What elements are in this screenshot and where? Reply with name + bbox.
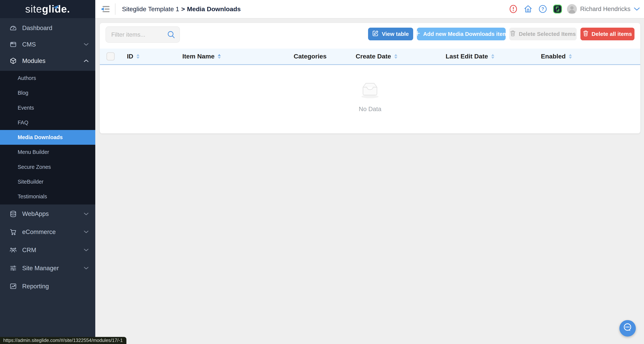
sidebar-subitem-sitebuilder[interactable]: SiteBuilder: [0, 175, 95, 189]
sidebar-nav-bottom: WebApps eCommerce CRM: [0, 205, 95, 295]
delete-selected-button[interactable]: Delete Selected Items: [509, 28, 576, 40]
sidebar-item-reporting[interactable]: Reporting: [0, 277, 95, 295]
crm-icon: [10, 246, 17, 254]
edit-icon: [372, 30, 378, 38]
sidebar-item-label: Reporting: [22, 283, 89, 290]
dashboard-icon: [10, 24, 17, 32]
sidebar-subitem-testimonials[interactable]: Testimonials: [0, 189, 95, 204]
content-area: View table Add new Media Downloads item …: [95, 19, 644, 344]
sidebar-subitem-faq[interactable]: FAQ: [0, 115, 95, 130]
subitem-label: Testimonials: [18, 194, 47, 200]
sidebar-item-ecommerce[interactable]: eCommerce: [0, 223, 95, 241]
chevron-down-icon: [84, 230, 88, 234]
sidebar-subitem-events[interactable]: Events: [0, 100, 95, 115]
breadcrumb-site[interactable]: Siteglide Template 1: [122, 6, 179, 13]
topbar: Siteglide Template 1>Media Downloads ? R…: [95, 0, 644, 19]
empty-inbox-icon: [360, 93, 380, 100]
column-header-enabled[interactable]: Enabled: [541, 49, 572, 64]
empty-state: No Data: [359, 81, 381, 113]
column-label: Categories: [294, 53, 326, 60]
sidebar-item-modules[interactable]: Modules: [0, 53, 95, 69]
sidebar-item-label: Site Manager: [22, 265, 84, 272]
sidebar-subitem-blog[interactable]: Blog: [0, 86, 95, 100]
sidebar-item-label: Modules: [22, 57, 84, 64]
chevron-down-icon: [84, 43, 88, 46]
sidebar-item-site-manager[interactable]: Site Manager: [0, 259, 95, 277]
sidebar-nav: Dashboard CMS Modules: [0, 18, 95, 295]
subitem-label: SiteBuilder: [18, 179, 44, 185]
subitem-label: Media Downloads: [18, 134, 63, 140]
sidebar-subitem-media-downloads[interactable]: Media Downloads: [0, 130, 95, 145]
webapps-icon: [10, 210, 17, 218]
sidebar-subitem-authors[interactable]: Authors: [0, 71, 95, 86]
filter-input[interactable]: [106, 31, 167, 38]
add-new-item-button[interactable]: Add new Media Downloads item: [417, 28, 506, 40]
sidebar-item-webapps[interactable]: WebApps: [0, 205, 95, 223]
search-icon[interactable]: [167, 31, 175, 39]
help-button[interactable]: ?: [538, 5, 547, 14]
column-label: Item Name: [182, 53, 214, 60]
sidebar-item-label: WebApps: [22, 210, 84, 217]
sidebar-subitem-menu-builder[interactable]: Menu Builder: [0, 145, 95, 159]
reporting-icon: [10, 283, 17, 290]
subitem-label: Menu Builder: [18, 149, 49, 155]
view-table-button[interactable]: View table: [368, 28, 413, 40]
column-header-id[interactable]: ID: [127, 49, 140, 64]
column-label: Last Edit Date: [446, 53, 488, 60]
delete-all-button[interactable]: Delete all items: [580, 28, 635, 40]
siteglide-admin-app: siteglide. Dashboard CMS: [0, 0, 644, 344]
dev-tools-badge[interactable]: [553, 5, 562, 14]
column-label: ID: [127, 53, 133, 60]
sidebar-item-label: CMS: [22, 41, 84, 48]
svg-text:?: ?: [542, 7, 544, 12]
sidebar-item-cms[interactable]: CMS: [0, 36, 95, 53]
sidebar-item-label: Dashboard: [22, 25, 89, 32]
topbar-divider: [115, 3, 116, 15]
column-header-create-date[interactable]: Create Date: [356, 49, 397, 64]
ecommerce-icon: [10, 228, 17, 236]
toolbar-buttons: View table Add new Media Downloads item …: [368, 28, 635, 40]
siteglide-logo[interactable]: siteglide.: [0, 0, 95, 18]
table-header-row: ID Item Name Categories Create Date Last…: [100, 49, 640, 65]
breadcrumb-page: Media Downloads: [187, 6, 241, 13]
sidebar-collapse-button[interactable]: [100, 6, 110, 13]
site-manager-icon: [10, 264, 17, 272]
alerts-button[interactable]: [509, 5, 518, 14]
home-button[interactable]: [524, 5, 532, 14]
sidebar-item-label: CRM: [22, 247, 84, 254]
modules-icon: [10, 57, 17, 65]
media-downloads-panel: View table Add new Media Downloads item …: [100, 23, 640, 133]
sidebar-item-dashboard[interactable]: Dashboard: [0, 20, 95, 36]
chevron-down-icon: [84, 212, 88, 216]
column-header-last-edit-date[interactable]: Last Edit Date: [446, 49, 494, 64]
button-label: Delete Selected Items: [519, 31, 576, 37]
logo-text-suffix: .: [67, 3, 70, 15]
sidebar-item-label: eCommerce: [22, 228, 84, 236]
chevron-down-icon: [634, 7, 640, 11]
button-label: Delete all items: [592, 31, 632, 37]
siteglide-wordmark: siteglide.: [25, 4, 70, 14]
column-header-item-name[interactable]: Item Name: [182, 49, 221, 64]
sidebar: siteglide. Dashboard CMS: [0, 0, 95, 344]
subitem-label: Events: [18, 105, 34, 111]
support-chat-button[interactable]: [620, 320, 636, 336]
subitem-label: Secure Zones: [18, 164, 51, 170]
cms-icon: [10, 41, 17, 48]
avatar: [567, 4, 577, 14]
sidebar-subitem-secure-zones[interactable]: Secure Zones: [0, 160, 95, 175]
trash-icon: [510, 30, 516, 38]
breadcrumb: Siteglide Template 1>Media Downloads: [122, 6, 241, 13]
column-header-categories: Categories: [294, 49, 326, 64]
sidebar-item-crm[interactable]: CRM: [0, 241, 95, 259]
sort-arrows: [491, 54, 494, 59]
breadcrumb-separator: >: [181, 6, 185, 13]
subitem-label: Authors: [18, 75, 36, 81]
select-all-checkbox[interactable]: [106, 52, 115, 61]
chat-bubble-icon: [622, 323, 632, 334]
button-label: Add new Media Downloads item: [423, 31, 508, 37]
user-menu[interactable]: Richard Hendricks: [567, 4, 640, 14]
column-label: Create Date: [356, 53, 391, 60]
filter-field: [106, 26, 180, 43]
logo-text-light: site: [25, 3, 42, 15]
trash-icon: [583, 30, 588, 38]
